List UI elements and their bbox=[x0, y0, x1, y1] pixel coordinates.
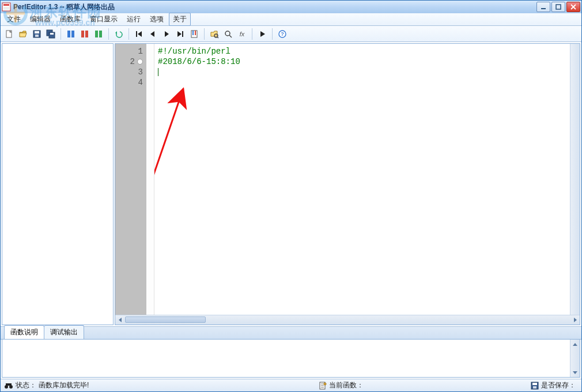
tab-debug-output[interactable]: 调试输出 bbox=[44, 325, 84, 339]
current-function-label: 当前函数： bbox=[329, 380, 364, 390]
scroll-up-icon[interactable] bbox=[570, 340, 580, 349]
grid-green-button[interactable] bbox=[92, 28, 105, 40]
scroll-left-icon[interactable] bbox=[115, 315, 125, 325]
minimize-button[interactable] bbox=[536, 2, 550, 12]
open-file-button[interactable] bbox=[17, 28, 29, 40]
line-number: 4 bbox=[138, 77, 146, 88]
scroll-track[interactable] bbox=[125, 315, 570, 325]
statusbar: 状态： 函数库加载完毕! 当前函数： 是否保存： bbox=[1, 379, 581, 391]
svg-rect-19 bbox=[182, 31, 183, 37]
undo-button[interactable] bbox=[112, 28, 125, 40]
svg-rect-20 bbox=[191, 31, 197, 37]
save-button[interactable] bbox=[31, 28, 43, 40]
svg-rect-4 bbox=[556, 5, 561, 9]
menu-windowdisplay[interactable]: 窗口显示 bbox=[86, 13, 122, 26]
menu-functionlib[interactable]: 函数库 bbox=[56, 13, 85, 26]
svg-rect-8 bbox=[35, 35, 39, 37]
menubar: 文件 编辑器 函数库 窗口显示 运行 选项 关于 bbox=[1, 13, 581, 26]
scroll-right-icon[interactable] bbox=[570, 315, 580, 325]
document-icon bbox=[319, 382, 327, 390]
app-icon bbox=[2, 2, 11, 12]
current-function-cell: 当前函数： bbox=[319, 380, 366, 390]
tab-function-description[interactable]: 函数说明 bbox=[4, 325, 44, 339]
run-button[interactable] bbox=[256, 28, 269, 40]
line-number: 1 bbox=[138, 46, 146, 56]
svg-rect-32 bbox=[6, 383, 12, 386]
maximize-button[interactable] bbox=[551, 2, 565, 12]
toolbar-separator bbox=[61, 28, 61, 40]
svg-rect-22 bbox=[195, 31, 196, 35]
svg-text:?: ? bbox=[281, 31, 284, 37]
scroll-down-icon[interactable] bbox=[570, 367, 580, 377]
binoculars-icon bbox=[4, 382, 13, 390]
grid-blue-button[interactable] bbox=[65, 28, 77, 40]
grid-red-button[interactable] bbox=[78, 28, 91, 40]
first-button[interactable] bbox=[133, 28, 145, 40]
save-icon bbox=[531, 382, 539, 390]
svg-line-29 bbox=[154, 89, 183, 223]
svg-rect-21 bbox=[192, 31, 194, 35]
function-button[interactable]: fx bbox=[236, 28, 248, 40]
toolbar-separator bbox=[129, 28, 129, 40]
help-button[interactable]: ? bbox=[276, 28, 289, 40]
svg-rect-16 bbox=[95, 31, 98, 37]
status-value: 函数库加载完毕! bbox=[39, 380, 89, 390]
code-line: #!/usr/bin/perl bbox=[158, 46, 566, 56]
menu-file[interactable]: 文件 bbox=[3, 13, 25, 26]
svg-rect-12 bbox=[67, 31, 70, 37]
save-all-button[interactable] bbox=[44, 28, 57, 40]
line-number-gutter[interactable]: 1 2 3 4 bbox=[115, 44, 146, 315]
svg-rect-2 bbox=[3, 7, 9, 10]
code-area[interactable]: #!/usr/bin/perl #2018/6/6-15:8:10 bbox=[154, 44, 570, 315]
bookmark-button[interactable] bbox=[188, 28, 201, 40]
menu-about[interactable]: 关于 bbox=[169, 13, 191, 26]
last-button[interactable] bbox=[174, 28, 187, 40]
bottom-vertical-scrollbar[interactable] bbox=[570, 340, 580, 377]
side-panel[interactable] bbox=[2, 43, 114, 325]
close-button[interactable] bbox=[566, 2, 580, 12]
menu-run[interactable]: 运行 bbox=[123, 13, 145, 26]
app-window: PerlEditor 1.3 -- 稻草人网络出品 文件 编辑器 函数库 窗口显… bbox=[0, 0, 582, 392]
line-number: 2 bbox=[130, 56, 146, 67]
main-area: 1 2 3 4 #!/usr/bin/perl #2018/6/6-15:8:1… bbox=[1, 42, 581, 327]
breakpoint-icon[interactable] bbox=[137, 59, 143, 65]
bottom-panel: 函数说明 调试输出 bbox=[1, 327, 581, 379]
window-title: PerlEditor 1.3 -- 稻草人网络出品 bbox=[13, 2, 536, 12]
fx-label: fx bbox=[239, 31, 246, 37]
menu-options[interactable]: 选项 bbox=[146, 13, 168, 26]
svg-rect-40 bbox=[533, 386, 536, 389]
toolbar-separator bbox=[108, 28, 109, 40]
editor-panel: 1 2 3 4 #!/usr/bin/perl #2018/6/6-15:8:1… bbox=[115, 43, 580, 325]
line-number: 3 bbox=[138, 67, 146, 77]
editor-vertical-scrollbar[interactable] bbox=[570, 44, 580, 315]
fold-margin[interactable] bbox=[146, 44, 154, 315]
svg-rect-14 bbox=[81, 31, 84, 37]
menu-editor[interactable]: 编辑器 bbox=[26, 13, 55, 26]
scroll-thumb[interactable] bbox=[125, 316, 206, 323]
toolbar-separator bbox=[204, 28, 205, 40]
titlebar[interactable]: PerlEditor 1.3 -- 稻草人网络出品 bbox=[1, 1, 581, 13]
svg-rect-18 bbox=[136, 31, 137, 37]
svg-rect-11 bbox=[50, 33, 54, 35]
bottom-content[interactable] bbox=[2, 340, 570, 377]
bottom-tabs: 函数说明 调试输出 bbox=[1, 327, 581, 340]
prev-button[interactable] bbox=[146, 28, 159, 40]
saved-cell: 是否保存： bbox=[531, 380, 578, 390]
saved-label: 是否保存： bbox=[541, 380, 576, 390]
find-folder-button[interactable] bbox=[208, 28, 221, 40]
toolbar: fx ? bbox=[1, 26, 581, 42]
status-label: 状态： bbox=[16, 380, 36, 390]
find-button[interactable] bbox=[222, 28, 235, 40]
code-line bbox=[158, 67, 566, 77]
window-controls bbox=[536, 2, 580, 12]
next-button[interactable] bbox=[160, 28, 173, 40]
svg-rect-15 bbox=[85, 31, 88, 37]
bottom-body bbox=[2, 340, 580, 378]
text-caret bbox=[158, 68, 158, 76]
svg-rect-17 bbox=[99, 31, 102, 37]
toolbar-separator bbox=[272, 28, 273, 40]
svg-rect-1 bbox=[3, 4, 9, 6]
editor-horizontal-scrollbar[interactable] bbox=[115, 315, 580, 325]
toolbar-separator bbox=[252, 28, 252, 40]
new-file-button[interactable] bbox=[3, 28, 16, 40]
